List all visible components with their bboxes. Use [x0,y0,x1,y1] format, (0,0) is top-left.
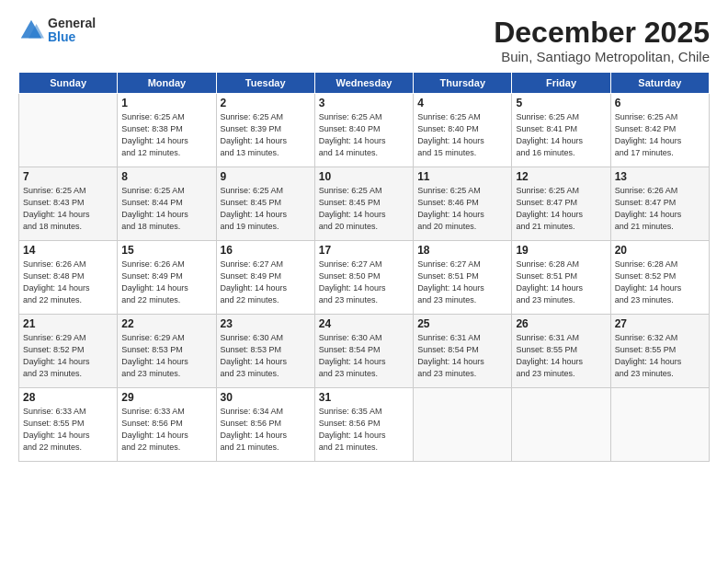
day-number: 10 [319,170,409,183]
day-number: 21 [23,317,113,330]
day-number: 5 [516,97,606,109]
day-cell: 7Sunrise: 6:25 AM Sunset: 8:43 PM Daylig… [19,167,118,241]
day-number: 30 [221,391,311,404]
day-number: 31 [319,391,409,404]
day-number: 9 [221,170,311,183]
header-cell-tuesday: Tuesday [216,73,314,94]
day-info: Sunrise: 6:35 AM Sunset: 8:56 PM Dayligh… [319,406,409,454]
day-number: 26 [516,317,606,330]
day-cell [414,388,512,462]
day-number: 6 [615,97,705,109]
day-info: Sunrise: 6:25 AM Sunset: 8:45 PM Dayligh… [319,185,409,233]
page: General Blue December 2025 Buin, Santiag… [0,0,728,471]
day-cell: 15Sunrise: 6:26 AM Sunset: 8:49 PM Dayli… [118,241,216,315]
day-cell: 2Sunrise: 6:25 AM Sunset: 8:39 PM Daylig… [216,94,314,167]
day-info: Sunrise: 6:25 AM Sunset: 8:46 PM Dayligh… [417,185,507,233]
day-cell: 10Sunrise: 6:25 AM Sunset: 8:45 PM Dayli… [314,167,413,241]
day-cell: 4Sunrise: 6:25 AM Sunset: 8:40 PM Daylig… [414,94,512,167]
logo-icon [18,17,44,43]
day-info: Sunrise: 6:26 AM Sunset: 8:48 PM Dayligh… [23,259,113,306]
day-cell: 17Sunrise: 6:27 AM Sunset: 8:50 PM Dayli… [314,241,413,315]
day-info: Sunrise: 6:33 AM Sunset: 8:55 PM Dayligh… [23,406,113,454]
day-number: 20 [615,244,705,257]
day-number: 7 [23,170,113,183]
header-cell-monday: Monday [118,73,216,94]
day-info: Sunrise: 6:27 AM Sunset: 8:49 PM Dayligh… [221,259,311,306]
logo-text: General Blue [48,17,96,45]
day-info: Sunrise: 6:26 AM Sunset: 8:49 PM Dayligh… [121,259,211,306]
day-cell: 22Sunrise: 6:29 AM Sunset: 8:53 PM Dayli… [118,315,216,388]
day-number: 12 [516,170,606,183]
week-row-2: 14Sunrise: 6:26 AM Sunset: 8:48 PM Dayli… [19,241,710,315]
day-number: 18 [417,244,507,257]
day-cell: 16Sunrise: 6:27 AM Sunset: 8:49 PM Dayli… [216,241,314,315]
month-title: December 2025 [494,17,710,49]
day-number: 25 [417,317,507,330]
day-info: Sunrise: 6:25 AM Sunset: 8:41 PM Dayligh… [516,111,606,159]
day-number: 27 [615,317,705,330]
day-info: Sunrise: 6:28 AM Sunset: 8:51 PM Dayligh… [516,259,606,306]
day-cell: 12Sunrise: 6:25 AM Sunset: 8:47 PM Dayli… [512,167,610,241]
day-number: 2 [221,97,311,109]
logo: General Blue [18,17,96,45]
day-info: Sunrise: 6:27 AM Sunset: 8:50 PM Dayligh… [319,259,409,306]
day-cell: 8Sunrise: 6:25 AM Sunset: 8:44 PM Daylig… [118,167,216,241]
week-row-1: 7Sunrise: 6:25 AM Sunset: 8:43 PM Daylig… [19,167,710,241]
subtitle: Buin, Santiago Metropolitan, Chile [494,49,710,64]
day-number: 3 [319,97,409,109]
day-cell [19,94,118,167]
day-info: Sunrise: 6:27 AM Sunset: 8:51 PM Dayligh… [417,259,507,306]
day-info: Sunrise: 6:30 AM Sunset: 8:54 PM Dayligh… [319,332,409,380]
day-cell: 3Sunrise: 6:25 AM Sunset: 8:40 PM Daylig… [314,94,413,167]
day-cell: 24Sunrise: 6:30 AM Sunset: 8:54 PM Dayli… [314,315,413,388]
calendar-header: SundayMondayTuesdayWednesdayThursdayFrid… [19,73,710,94]
day-info: Sunrise: 6:30 AM Sunset: 8:53 PM Dayligh… [221,332,311,380]
day-info: Sunrise: 6:25 AM Sunset: 8:42 PM Dayligh… [615,111,705,159]
day-number: 8 [121,170,211,183]
day-info: Sunrise: 6:31 AM Sunset: 8:55 PM Dayligh… [516,332,606,380]
header-cell-wednesday: Wednesday [314,73,413,94]
day-info: Sunrise: 6:25 AM Sunset: 8:38 PM Dayligh… [121,111,211,159]
day-info: Sunrise: 6:29 AM Sunset: 8:53 PM Dayligh… [121,332,211,380]
day-number: 24 [319,317,409,330]
day-cell: 5Sunrise: 6:25 AM Sunset: 8:41 PM Daylig… [512,94,610,167]
day-number: 23 [221,317,311,330]
day-info: Sunrise: 6:29 AM Sunset: 8:52 PM Dayligh… [23,332,113,380]
day-info: Sunrise: 6:25 AM Sunset: 8:40 PM Dayligh… [319,111,409,159]
day-cell: 11Sunrise: 6:25 AM Sunset: 8:46 PM Dayli… [414,167,512,241]
day-info: Sunrise: 6:28 AM Sunset: 8:52 PM Dayligh… [615,259,705,306]
logo-general: General [48,17,96,30]
logo-blue: Blue [48,30,96,44]
day-info: Sunrise: 6:25 AM Sunset: 8:45 PM Dayligh… [221,185,311,233]
day-cell: 14Sunrise: 6:26 AM Sunset: 8:48 PM Dayli… [19,241,118,315]
day-info: Sunrise: 6:25 AM Sunset: 8:40 PM Dayligh… [417,111,507,159]
header-row: SundayMondayTuesdayWednesdayThursdayFrid… [19,73,710,94]
day-cell: 28Sunrise: 6:33 AM Sunset: 8:55 PM Dayli… [19,388,118,462]
day-cell [610,388,709,462]
day-cell: 20Sunrise: 6:28 AM Sunset: 8:52 PM Dayli… [610,241,709,315]
header: General Blue December 2025 Buin, Santiag… [18,17,710,64]
day-cell: 26Sunrise: 6:31 AM Sunset: 8:55 PM Dayli… [512,315,610,388]
day-info: Sunrise: 6:25 AM Sunset: 8:43 PM Dayligh… [23,185,113,233]
day-info: Sunrise: 6:26 AM Sunset: 8:47 PM Dayligh… [615,185,705,233]
day-cell [512,388,610,462]
day-cell: 6Sunrise: 6:25 AM Sunset: 8:42 PM Daylig… [610,94,709,167]
title-block: December 2025 Buin, Santiago Metropolita… [494,17,710,64]
calendar-table: SundayMondayTuesdayWednesdayThursdayFrid… [18,72,710,462]
day-cell: 27Sunrise: 6:32 AM Sunset: 8:55 PM Dayli… [610,315,709,388]
day-number: 28 [23,391,113,404]
header-cell-thursday: Thursday [414,73,512,94]
day-cell: 9Sunrise: 6:25 AM Sunset: 8:45 PM Daylig… [216,167,314,241]
day-cell: 23Sunrise: 6:30 AM Sunset: 8:53 PM Dayli… [216,315,314,388]
day-cell: 19Sunrise: 6:28 AM Sunset: 8:51 PM Dayli… [512,241,610,315]
day-info: Sunrise: 6:25 AM Sunset: 8:39 PM Dayligh… [221,111,311,159]
day-number: 1 [121,97,211,109]
day-cell: 18Sunrise: 6:27 AM Sunset: 8:51 PM Dayli… [414,241,512,315]
day-info: Sunrise: 6:31 AM Sunset: 8:54 PM Dayligh… [417,332,507,380]
day-number: 22 [121,317,211,330]
day-cell: 29Sunrise: 6:33 AM Sunset: 8:56 PM Dayli… [118,388,216,462]
header-cell-friday: Friday [512,73,610,94]
day-cell: 1Sunrise: 6:25 AM Sunset: 8:38 PM Daylig… [118,94,216,167]
day-number: 14 [23,244,113,257]
day-cell: 30Sunrise: 6:34 AM Sunset: 8:56 PM Dayli… [216,388,314,462]
